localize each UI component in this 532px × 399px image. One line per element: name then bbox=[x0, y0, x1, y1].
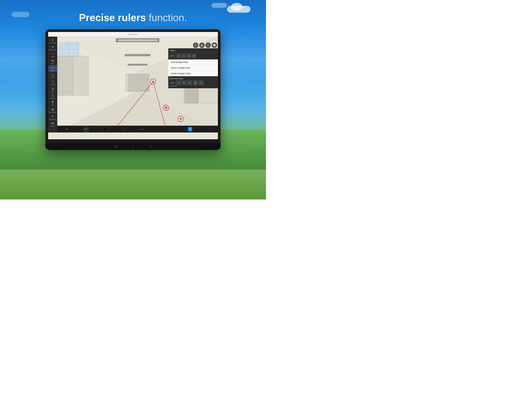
tool-transform-label: Transform bbox=[50, 42, 56, 44]
circle-ruler-icon[interactable]: ○ bbox=[181, 54, 186, 58]
nav-home-icon: ○ bbox=[132, 145, 134, 148]
svg-point-49 bbox=[180, 118, 182, 120]
top-right-tools: ⊡ ✋ ✏ 💬 bbox=[193, 42, 217, 48]
back-arrow-icon[interactable]: ← bbox=[206, 127, 211, 132]
flowers bbox=[0, 169, 266, 200]
tool-magic-wand-label: Magic Wand bbox=[49, 49, 57, 51]
svg-rect-10 bbox=[118, 39, 158, 41]
tool-eraser[interactable]: ◻ Eraser bbox=[49, 72, 57, 79]
left-toolbar: ✛ Transform ✦ Magic Wand ◌ Lasso FX Filt… bbox=[48, 37, 57, 133]
svg-point-43 bbox=[152, 81, 154, 82]
tool-text[interactable]: T Text bbox=[49, 100, 57, 107]
svg-rect-11 bbox=[125, 54, 150, 56]
symmetry-off-row: OFF ⊣ ⊢ ✳ ⊞ ⬡ bbox=[169, 80, 217, 85]
tool-canvas[interactable]: ⚙ Canvas bbox=[49, 121, 57, 127]
symmetry-icons: ⊣ ⊢ ✳ ⊞ ⬡ bbox=[176, 80, 204, 85]
brush-mode-btn[interactable]: 8.0 bbox=[83, 126, 89, 132]
blur-icon: ◎ bbox=[51, 86, 55, 91]
pencil-ruler-icon[interactable]: ✏ bbox=[176, 54, 181, 58]
sym-icon-2[interactable]: ⊢ bbox=[182, 80, 187, 85]
ruler-dropdown: Add Straight Ruler Select Straight Ruler… bbox=[168, 59, 218, 76]
cloud-1 bbox=[227, 6, 250, 13]
eraser-icon: ◻ bbox=[51, 72, 55, 77]
eyedropper-icon: ✒ bbox=[51, 114, 55, 119]
bucket-icon: ⬡ bbox=[51, 94, 55, 98]
radial-ruler-icon[interactable]: ✳ bbox=[187, 54, 191, 58]
select-straight-ruler-label: Select Straight Ruler bbox=[171, 67, 191, 69]
ad-text: Ad Space bbox=[128, 33, 138, 35]
perspective-ruler-icon[interactable]: ✦ bbox=[192, 54, 196, 58]
tool-filter-label: Filter bbox=[51, 63, 54, 64]
sym-icon-3[interactable]: ✳ bbox=[187, 80, 192, 85]
tool-bucket[interactable]: ⬡ Bucket bbox=[49, 93, 57, 100]
nav-home-btn[interactable]: ○ bbox=[132, 145, 134, 148]
android-nav: ◁ ○ □ bbox=[45, 143, 221, 150]
symmetry-section: Symmetry Ruler OFF ⊣ ⊢ ✳ ⊞ ⬡ bbox=[168, 77, 218, 87]
sym-icon-1[interactable]: ⊣ bbox=[176, 80, 181, 85]
tool-filter[interactable]: FX Filter bbox=[49, 58, 57, 65]
title-light: function. bbox=[146, 12, 187, 23]
ruler-label: Ruler bbox=[170, 49, 175, 52]
delete-straight-ruler-item[interactable]: Delete Straight Ruler bbox=[168, 71, 218, 76]
tool-smudge-label: Smudge bbox=[50, 84, 55, 85]
add-straight-ruler-label: Add Straight Ruler bbox=[171, 61, 189, 63]
delete-straight-ruler-label: Delete Straight Ruler bbox=[171, 72, 191, 75]
ruler-header: Ruler bbox=[168, 48, 218, 53]
frame-divider-icon: ⊞ bbox=[51, 107, 55, 112]
download-icon[interactable]: ↓ bbox=[121, 127, 126, 132]
add-straight-ruler-item[interactable]: Add Straight Ruler bbox=[168, 59, 218, 65]
svg-rect-29 bbox=[129, 75, 137, 91]
lasso-icon: ◌ bbox=[51, 52, 55, 56]
tool-smudge[interactable]: ⬡ Smudge bbox=[49, 79, 57, 86]
tool-lasso[interactable]: ◌ Lasso bbox=[49, 51, 57, 58]
cloud-2 bbox=[211, 3, 227, 8]
nav-back-btn[interactable]: ◁ bbox=[114, 145, 117, 148]
pen-icon[interactable]: ✏ bbox=[205, 42, 211, 48]
undo-icon[interactable]: ↩ bbox=[140, 127, 145, 132]
filter-icon: FX bbox=[51, 59, 55, 63]
select-straight-ruler-item[interactable]: Select Straight Ruler bbox=[168, 65, 218, 71]
tool-lasso-label: Lasso bbox=[51, 56, 55, 58]
tool-brush[interactable]: ✏ Brush bbox=[49, 65, 57, 72]
layers-icon[interactable]: ⊡ bbox=[193, 42, 198, 48]
tool-eyedropper-label: Eyedropper bbox=[49, 119, 56, 120]
tool-text-label: Text bbox=[51, 105, 54, 106]
tool-bucket-label: Bucket bbox=[51, 98, 55, 99]
tool-blur[interactable]: ◎ Blur bbox=[49, 86, 57, 93]
screen: Ad Space ✛ Transform ✦ Magic Wand ◌ Lass… bbox=[48, 32, 218, 139]
ruler-icon-row: ✏ ○ ✳ ✦ bbox=[176, 54, 196, 58]
transform-icon: ✛ bbox=[51, 38, 55, 42]
ruler-panel: Ruler OFF ✏ ○ ✳ ✦ Add Straight Ruler bbox=[168, 48, 218, 88]
tablet: Ad Space ✛ Transform ✦ Magic Wand ◌ Lass… bbox=[45, 29, 221, 150]
tool-eyedropper[interactable]: ✒ Eyedropper bbox=[49, 114, 57, 121]
symmetry-off-badge[interactable]: OFF bbox=[169, 81, 175, 84]
tool-magic-wand[interactable]: ✦ Magic Wand bbox=[49, 45, 57, 51]
symmetry-label: Symmetry Ruler bbox=[169, 77, 217, 80]
nav-recent-icon: □ bbox=[150, 145, 152, 148]
color-swatch[interactable] bbox=[103, 127, 107, 131]
tool-brush-label: Brush bbox=[51, 70, 54, 71]
tool-frame-divider[interactable]: ⊞ Frame Divider bbox=[49, 107, 57, 114]
svg-rect-12 bbox=[128, 64, 147, 65]
tool-canvas-label: Canvas bbox=[51, 125, 55, 127]
layer-badge[interactable]: 2 bbox=[188, 127, 192, 131]
tool-blur-label: Blur bbox=[51, 91, 54, 92]
canvas-area[interactable]: ⊡ ✋ ✏ 💬 Ruler OFF ✏ ○ ✳ ✦ bbox=[57, 37, 218, 133]
title-bold: Precise rulers bbox=[79, 12, 146, 23]
rotate-icon[interactable]: ↺ bbox=[64, 127, 69, 132]
ruler-off-badge[interactable]: OFF bbox=[169, 54, 175, 58]
drawing-bottom-toolbar: ↺ 8.0 ↓ ↩ 2 ← bbox=[57, 126, 218, 133]
svg-rect-14 bbox=[57, 56, 73, 95]
tool-frame-divider-label: Frame Divider bbox=[49, 112, 57, 113]
speech-icon[interactable]: 💬 bbox=[212, 42, 217, 48]
ruler-toggle-row: OFF ✏ ○ ✳ ✦ bbox=[168, 53, 218, 59]
nav-back-icon: ◁ bbox=[114, 145, 117, 148]
tool-transform[interactable]: ✛ Transform bbox=[49, 37, 57, 44]
canvas-icon: ⚙ bbox=[51, 121, 55, 125]
sym-icon-4[interactable]: ⊞ bbox=[193, 80, 198, 85]
nav-recent-btn[interactable]: □ bbox=[150, 145, 152, 148]
hand-icon[interactable]: ✋ bbox=[199, 42, 205, 48]
brush-icon: ✏ bbox=[51, 66, 55, 70]
sym-icon-5[interactable]: ⬡ bbox=[199, 80, 204, 85]
magic-wand-icon: ✦ bbox=[51, 45, 55, 49]
